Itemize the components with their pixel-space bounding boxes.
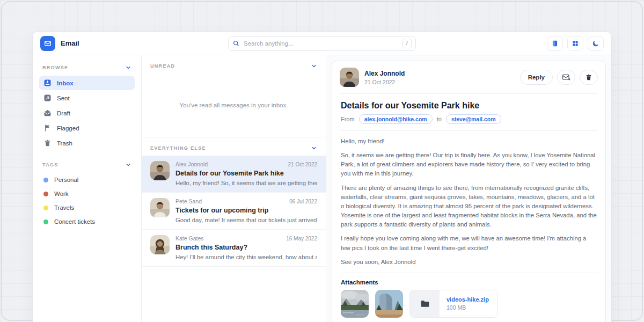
body-paragraph: So, it seems we are getting there! Our t… [341, 151, 597, 178]
notebook-icon [551, 40, 559, 47]
trash-icon [43, 139, 52, 147]
header-actions [547, 36, 604, 51]
half-dome-photo[interactable] [375, 290, 403, 318]
tag-item-travels[interactable]: Travels [39, 201, 135, 215]
avatar [340, 68, 359, 87]
notebook-button[interactable] [547, 36, 563, 51]
email-sender: Kate Gates [175, 235, 204, 241]
trash-icon [585, 74, 592, 81]
email-date: 21 Oct 2022 [288, 162, 317, 167]
reply-button[interactable]: Reply [520, 70, 553, 85]
app-body: BROWSE Inbox Sent [33, 55, 611, 322]
email-preview: Good day, mate! It seems that our ticket… [175, 217, 317, 223]
avatar [150, 161, 170, 180]
sidebar-item-label: Inbox [57, 80, 74, 86]
envelope-plus-icon [562, 74, 570, 81]
avatar [150, 235, 170, 254]
sidebar-item-inbox[interactable]: Inbox [39, 76, 135, 90]
zip-file-size: 100 MB [447, 304, 489, 311]
email-meta: Alex Jonnold 21 Oct 2022 Details for our… [175, 161, 317, 186]
email-subject: Details for our Yosemite Park hike [175, 170, 317, 177]
apps-grid-button[interactable] [567, 36, 583, 51]
yosemite-valley-photo[interactable] [341, 290, 369, 318]
search-input[interactable] [244, 40, 399, 47]
unread-empty-message: You've read all messages in your inbox. [142, 74, 326, 137]
from-address-pill[interactable]: alex.jonnold@hike.com [359, 114, 433, 124]
tags-section-label: TAGS [42, 162, 58, 167]
search-shortcut-key: / [402, 39, 412, 48]
attachments-row: videos-hike.zip 100 MB [332, 290, 605, 322]
tag-label: Work [54, 191, 69, 197]
unread-section-label: UNREAD [150, 63, 175, 69]
to-address-pill[interactable]: steve@mail.com [446, 114, 501, 124]
attachments-label: Attachments [332, 273, 605, 290]
email-meta: Pete Sand 06 Jul 2022 Tickets for our up… [175, 198, 317, 223]
email-reader-card: Alex Jonnold 21 Oct 2022 Reply [332, 61, 606, 322]
app-header: Email / [33, 32, 611, 55]
sidebar-item-label: Trash [57, 140, 72, 147]
sidebar-item-draft[interactable]: Draft [39, 106, 135, 120]
tag-item-concert-tickets[interactable]: Concert tickets [39, 215, 135, 229]
sidebar-item-trash[interactable]: Trash [39, 136, 135, 150]
email-list-item[interactable]: Alex Jonnold 21 Oct 2022 Details for our… [142, 156, 326, 193]
email-sender: Pete Sand [175, 198, 202, 204]
body-paragraph: Hello, my friend! [341, 137, 597, 146]
email-meta: Kate Gates 16 May 2022 Brunch this Satur… [175, 235, 317, 260]
sidebar-item-flagged[interactable]: Flagged [39, 121, 135, 135]
sidebar-item-label: Flagged [57, 125, 79, 131]
reader-sender-block: Alex Jonnold 21 Oct 2022 [364, 70, 405, 85]
to-label: to [437, 116, 442, 122]
email-app-window: Email / [32, 31, 612, 322]
sidebar-item-sent[interactable]: Sent [39, 91, 135, 105]
mail-list-column: UNREAD You've read all messages in your … [141, 55, 326, 322]
from-to-row: From alex.jonnold@hike.com to steve@mail… [332, 114, 605, 130]
search-bar[interactable]: / [228, 36, 416, 51]
tag-label: Travels [54, 204, 74, 211]
tag-item-personal[interactable]: Personal [39, 173, 135, 187]
tag-label: Concert tickets [54, 218, 95, 225]
sidebar-item-label: Draft [57, 110, 70, 116]
sidebar-item-label: Sent [57, 95, 70, 101]
body-paragraph: There are plenty of amazing things to se… [341, 184, 597, 230]
tag-item-work[interactable]: Work [39, 187, 135, 201]
search-icon [232, 40, 240, 47]
inbox-icon [43, 79, 52, 87]
email-date: 16 May 2022 [286, 236, 317, 241]
delete-button[interactable] [580, 70, 598, 85]
body-paragraph: See you soon, Alex Jonnold [341, 258, 597, 267]
app-logo [40, 36, 55, 51]
tags-section-header[interactable]: TAGS [39, 159, 135, 173]
zip-thumb [410, 290, 440, 317]
body-paragraph: I really hope you love coming along with… [341, 234, 597, 252]
chevron-down-icon[interactable] [311, 63, 317, 69]
zip-attachment-card[interactable]: videos-hike.zip 100 MB [409, 290, 498, 318]
sidebar: BROWSE Inbox Sent [33, 55, 141, 322]
browse-section-header[interactable]: BROWSE [39, 62, 135, 76]
moon-icon [592, 40, 599, 47]
flag-icon [43, 124, 52, 132]
reading-pane: Alex Jonnold 21 Oct 2022 Reply [326, 55, 611, 322]
dark-mode-button[interactable] [588, 36, 604, 51]
mark-unread-button[interactable] [557, 70, 575, 85]
everything-else-label: EVERYTHING ELSE [150, 145, 206, 151]
chevron-down-icon[interactable] [311, 145, 317, 151]
from-label: From [341, 116, 355, 122]
email-list-item[interactable]: Pete Sand 06 Jul 2022 Tickets for our up… [142, 193, 326, 230]
tag-color-dot [43, 206, 48, 210]
tag-color-dot [43, 192, 48, 196]
grid-icon [572, 40, 579, 47]
email-list-item[interactable]: Kate Gates 16 May 2022 Brunch this Satur… [142, 230, 326, 267]
reader-actions: Reply [520, 70, 598, 85]
email-date: 06 Jul 2022 [289, 199, 317, 204]
email-preview: Hello, my friend! So, it seems that we a… [175, 180, 317, 186]
chevron-down-icon[interactable] [125, 64, 131, 71]
zip-info: videos-hike.zip 100 MB [440, 290, 497, 317]
everything-else-header[interactable]: EVERYTHING ELSE [142, 137, 326, 156]
envelope-icon [43, 39, 52, 48]
zip-file-name: videos-hike.zip [447, 296, 489, 303]
tags-section: TAGS Personal Work Travels [39, 159, 135, 229]
unread-section-header[interactable]: UNREAD [142, 55, 326, 74]
email-sender: Alex Jonnold [175, 161, 208, 167]
chevron-down-icon[interactable] [125, 162, 131, 168]
browse-section-label: BROWSE [42, 65, 68, 70]
